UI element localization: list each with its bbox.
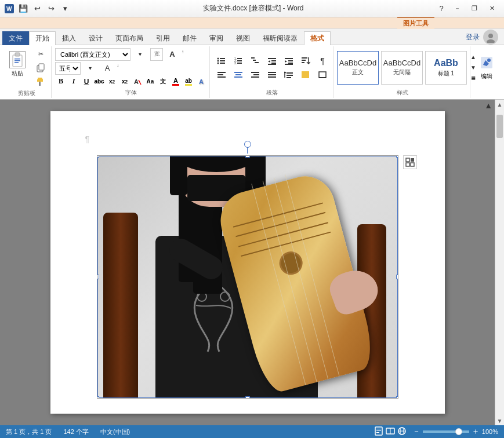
tab-design[interactable]: 设计 xyxy=(82,31,109,45)
multilevel-list-button[interactable] xyxy=(247,54,263,67)
svg-rect-40 xyxy=(217,72,226,73)
restore-button[interactable]: ❐ xyxy=(467,2,482,15)
style-heading1[interactable]: AaBb 标题 1 xyxy=(425,51,467,85)
align-right-button[interactable] xyxy=(247,68,263,81)
tab-insert[interactable]: 插入 xyxy=(56,31,82,45)
view-read-button[interactable] xyxy=(386,426,395,437)
highlight-button[interactable]: ab xyxy=(183,76,194,87)
tab-page-layout[interactable]: 页面布局 xyxy=(109,31,150,45)
clear-format-button[interactable]: A xyxy=(132,76,143,87)
tab-mailings[interactable]: 邮件 xyxy=(176,31,203,45)
svg-rect-33 xyxy=(285,58,293,59)
show-marks-button[interactable]: ¶ xyxy=(314,54,331,67)
scroll-down-arrow[interactable]: ▼ xyxy=(495,416,505,425)
vertical-scrollbar: ▲ ▼ xyxy=(495,100,504,425)
increase-indent-button[interactable] xyxy=(281,54,297,67)
align-left-button[interactable] xyxy=(213,68,230,81)
styles-area: AaBbCcDd 正文 AaBbCcDd 无间隔 AaBb 标题 1 ▲ ▼ xyxy=(337,51,477,85)
tab-review[interactable]: 审阅 xyxy=(203,31,230,45)
style-no-spacing[interactable]: AaBbCcDd 无间隔 xyxy=(381,51,423,85)
save-icon[interactable]: 💾 xyxy=(17,3,29,14)
svg-rect-31 xyxy=(271,63,276,64)
tab-references[interactable]: 引用 xyxy=(150,31,176,45)
tab-start[interactable]: 开始 xyxy=(29,31,56,45)
svg-point-18 xyxy=(217,62,219,64)
subscript-button[interactable]: x2 xyxy=(106,76,118,87)
style-normal[interactable]: AaBbCcDd 正文 xyxy=(337,51,379,85)
bold-button[interactable]: B xyxy=(55,76,67,87)
edit-button[interactable]: 编辑 xyxy=(474,53,499,83)
view-print-button[interactable] xyxy=(374,426,383,437)
scroll-thumb[interactable] xyxy=(496,115,503,138)
document-image[interactable] xyxy=(97,155,398,399)
change-case-button[interactable]: Aa xyxy=(144,76,156,87)
pinyin-button[interactable]: 文 xyxy=(157,76,169,87)
line-spacing-button[interactable] xyxy=(281,68,297,81)
font-size-dropdown[interactable]: ▾ xyxy=(82,62,98,75)
copy-button[interactable] xyxy=(32,61,49,74)
style-no-spacing-name: 无间隔 xyxy=(393,68,411,76)
svg-rect-37 xyxy=(302,57,307,59)
align-center-button[interactable] xyxy=(230,68,246,81)
font-size-decrease-button[interactable]: A xyxy=(99,62,115,75)
zoom-out-button[interactable]: － xyxy=(412,426,420,437)
cut-button[interactable]: ✂ xyxy=(32,48,49,60)
ribbon-content: 粘贴 ✂ 剪贴板 Calibri (西文正文) xyxy=(0,45,504,100)
justify-button[interactable] xyxy=(264,68,280,81)
svg-rect-28 xyxy=(255,62,259,63)
scroll-up-indicator[interactable]: ▲ xyxy=(484,101,492,110)
svg-line-66 xyxy=(285,175,339,377)
undo-icon[interactable]: ↩ xyxy=(31,3,43,14)
rotate-line xyxy=(247,147,248,154)
svg-rect-45 xyxy=(234,76,242,78)
format-paint-button[interactable] xyxy=(32,75,49,88)
strikethrough-button[interactable]: abc xyxy=(93,76,105,87)
numbering-button[interactable]: 1.2.3. xyxy=(230,54,246,67)
decrease-indent-button[interactable] xyxy=(264,54,280,67)
font-size-select[interactable]: 五号 xyxy=(55,62,81,75)
styles-group: AaBbCcDd 正文 AaBbCcDd 无间隔 AaBb 标题 1 ▲ ▼ xyxy=(335,46,470,98)
tab-foxit[interactable]: 福昕阅读器 xyxy=(256,31,304,45)
tab-view[interactable]: 视图 xyxy=(230,31,256,45)
customize-qa-icon[interactable]: ▾ xyxy=(59,3,71,14)
tab-file[interactable]: 文件 xyxy=(2,31,29,45)
bullets-button[interactable] xyxy=(213,54,230,67)
font-size-decrease-sup: ↓ xyxy=(117,63,119,68)
paragraph-label: 段落 xyxy=(266,87,278,97)
svg-rect-15 xyxy=(220,58,225,59)
close-button[interactable]: ✕ xyxy=(484,2,499,15)
italic-button[interactable]: I xyxy=(68,76,79,87)
font-row-3: B I U abc x2 x2 A Aa 文 A xyxy=(55,76,207,87)
zoom-level[interactable]: 100% xyxy=(482,428,498,435)
font-expand-button[interactable]: ▾ xyxy=(132,48,148,61)
zoom-slider[interactable] xyxy=(423,430,469,433)
minimize-button[interactable]: － xyxy=(449,2,465,15)
redo-icon[interactable]: ↪ xyxy=(45,3,57,14)
sort-button[interactable] xyxy=(298,54,314,67)
help-button[interactable]: ? xyxy=(436,3,447,14)
text-effect-button[interactable]: A xyxy=(195,76,207,87)
view-web-button[interactable] xyxy=(397,426,407,437)
underline-button[interactable]: U xyxy=(81,76,92,87)
font-family-select[interactable]: Calibri (西文正文) xyxy=(55,48,130,61)
svg-rect-17 xyxy=(220,60,225,61)
svg-rect-35 xyxy=(288,63,293,64)
svg-point-62 xyxy=(220,292,230,301)
paste-button[interactable]: 粘贴 xyxy=(5,50,30,78)
font-size-expand[interactable]: 宽 xyxy=(150,48,163,61)
scroll-up-arrow[interactable]: ▲ xyxy=(495,100,505,109)
font-size-increase-button[interactable]: A xyxy=(164,48,180,61)
svg-rect-7 xyxy=(14,60,20,61)
svg-rect-54 xyxy=(287,77,291,78)
svg-rect-44 xyxy=(235,74,241,75)
zoom-in-button[interactable]: ＋ xyxy=(472,426,480,437)
image-layout-button[interactable] xyxy=(403,155,417,169)
superscript-button[interactable]: x2 xyxy=(119,76,130,87)
svg-rect-27 xyxy=(253,60,256,61)
tab-format[interactable]: 格式 xyxy=(304,31,331,45)
login-link[interactable]: 登录 xyxy=(466,32,480,42)
svg-line-64 xyxy=(263,181,317,382)
font-color-button[interactable]: A xyxy=(170,76,182,87)
shading-button[interactable] xyxy=(298,68,314,81)
border-button[interactable] xyxy=(314,68,331,81)
